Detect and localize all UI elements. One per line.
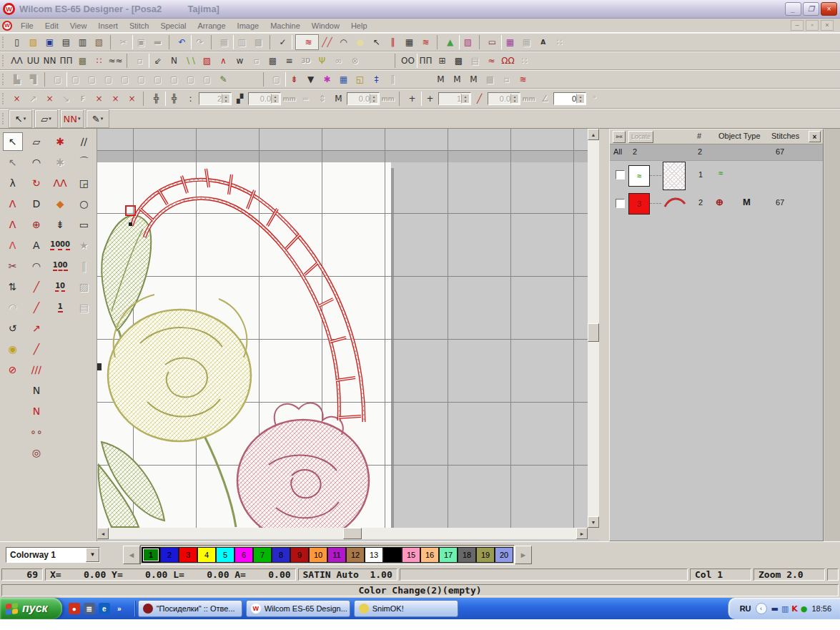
locate-button[interactable]: Locate — [628, 131, 653, 143]
length-mark-icon[interactable]: Μ — [330, 92, 347, 106]
scroll-left-button[interactable]: ◄ — [97, 528, 109, 539]
contour-icon[interactable]: ▩ — [265, 54, 281, 68]
menu-arrange[interactable]: Arrange — [192, 20, 231, 31]
quick-launch-ie-icon[interactable]: e — [99, 603, 110, 614]
parallel-weave-tool[interactable]: ∕∕ — [74, 133, 93, 150]
fancy-lettering-tool[interactable]: D — [27, 195, 46, 212]
palette-scroll-left-button[interactable]: ◄ — [123, 546, 140, 564]
color-swatch-5[interactable]: 5 — [216, 547, 234, 563]
globe-fill-tool[interactable]: ⊕ — [27, 216, 46, 233]
branch-node-tool[interactable]: λ — [4, 174, 22, 192]
object-1-color-thumbnail[interactable]: ≈ — [628, 165, 650, 187]
color-swatch-10[interactable]: 10 — [309, 547, 327, 563]
peak-icon[interactable]: ∧ — [215, 54, 232, 68]
pattern-grid-icon[interactable]: ▦ — [335, 72, 352, 87]
color-swatch-8[interactable]: 8 — [272, 547, 290, 563]
triple-run-tool[interactable]: ∕∕∕ — [27, 361, 46, 378]
ellipse-tool[interactable]: ○ — [74, 195, 93, 212]
color-swatch-17[interactable]: 17 — [439, 547, 458, 563]
wave-icon[interactable]: ≈≈ — [107, 54, 124, 68]
vertical-scroll-thumb[interactable] — [588, 323, 599, 342]
task-button-forum[interactable]: "Посиделки" :: Отве... — [138, 600, 242, 617]
embroidery-canvas-art[interactable] — [97, 129, 588, 528]
move-cross-1-icon[interactable]: + — [399, 92, 422, 106]
export-page-icon[interactable]: ◱ — [352, 72, 368, 87]
angle-mark-icon[interactable]: ▞ — [232, 92, 248, 106]
object-1-preview-thumbnail[interactable] — [663, 162, 686, 190]
travel-1-tool[interactable]: 1 — [51, 299, 69, 316]
jump-stitch-tool[interactable]: Ν — [27, 382, 46, 399]
language-indicator[interactable]: RU — [740, 604, 751, 613]
down-arrow-icon[interactable]: ▼ — [302, 72, 319, 87]
redo-icon[interactable]: ↷ — [192, 35, 208, 49]
repeat-field[interactable]: 1 — [438, 92, 471, 105]
menu-special[interactable]: Special — [154, 20, 192, 31]
thread-palette-tool[interactable]: ◉ — [4, 340, 22, 358]
red-loops-icon[interactable]: ΩΩ — [500, 54, 516, 68]
color-swatch-9[interactable]: 9 — [290, 547, 309, 563]
hoop-5-icon[interactable]: ▢ — [117, 72, 133, 87]
new-icon[interactable]: ▯ — [9, 35, 25, 49]
lines-disabled-icon[interactable]: ▤ — [467, 54, 483, 68]
minimize-button[interactable]: _ — [785, 2, 801, 16]
quick-launch-media-icon[interactable]: ● — [69, 603, 80, 614]
panel-collapse-button[interactable]: »« — [613, 131, 626, 143]
color-swatch-6[interactable]: 6 — [234, 547, 253, 563]
dotted-disabled-icon[interactable]: ▫ — [127, 54, 149, 68]
stitch-edit-select-tool[interactable]: ↖ — [4, 154, 22, 171]
travel-1000-tool[interactable]: 1000 — [51, 237, 69, 254]
dropdown-caret-icon[interactable]: ▾ — [49, 116, 51, 122]
artistic-view-icon[interactable]: ● — [352, 35, 368, 49]
menu-image[interactable]: Image — [232, 20, 265, 31]
satin-icon[interactable]: ΛΛ — [9, 54, 25, 68]
small-grid-icon[interactable]: ▦ — [518, 35, 535, 49]
dropdown-caret-icon[interactable]: ▾ — [101, 116, 104, 122]
zigzag-satin-tool[interactable]: ΛΛ — [51, 174, 69, 192]
menu-window[interactable]: Window — [306, 20, 345, 31]
gray-box-icon[interactable]: ▫ — [248, 54, 265, 68]
fan-disabled-tool[interactable]: ◠ — [4, 299, 22, 316]
paste-icon[interactable]: ▬ — [149, 35, 166, 49]
stitch-angle-icon[interactable]: ⇙ — [149, 54, 166, 68]
color-run-icon[interactable]: ≋ — [515, 72, 531, 87]
connectors-icon[interactable]: ≋ — [417, 35, 434, 49]
select-object-tool[interactable]: ↖▾ — [9, 109, 32, 128]
lettering-select-icon[interactable]: A — [535, 35, 551, 49]
rings-disabled-icon[interactable]: ∞ — [330, 54, 347, 68]
cut-icon[interactable]: ✂ — [110, 35, 133, 49]
satin-star-tool[interactable]: Λ — [4, 237, 22, 254]
palette-scroll-right-button[interactable]: ► — [515, 546, 532, 564]
lines-icon[interactable]: ≡ — [281, 54, 297, 68]
columns-disabled-tool[interactable]: ‖ — [74, 257, 93, 275]
rings2-disabled-icon[interactable]: ⊗ — [347, 54, 363, 68]
menu-machine[interactable]: Machine — [265, 20, 306, 31]
hoop-4-icon[interactable]: ▢ — [100, 72, 117, 87]
color-swatch-18[interactable]: 18 — [458, 547, 476, 563]
move-cross-2-icon[interactable]: + — [422, 92, 438, 106]
hoop-2-icon[interactable]: ▢ — [67, 72, 84, 87]
sew-edit-6-icon[interactable]: × — [91, 92, 107, 106]
column-icon[interactable]: UU — [25, 54, 41, 68]
star-disabled-tool[interactable]: ★ — [74, 237, 93, 254]
paste-left-icon[interactable]: ▙ — [9, 72, 25, 87]
weave-grid-icon[interactable]: ⊞ — [434, 54, 450, 68]
mirror-copy-tool[interactable]: ◲ — [74, 174, 93, 192]
sew-edit-8-icon[interactable]: × — [124, 92, 140, 106]
mdi-close-button[interactable]: × — [821, 20, 834, 31]
red-wave-icon[interactable]: ≈ — [483, 54, 500, 68]
clock[interactable]: 18:56 — [811, 604, 831, 613]
task-button-wilcom[interactable]: W Wilcom ES-65 Design... — [246, 600, 350, 617]
scroll-down-button[interactable]: ▼ — [588, 516, 599, 528]
color-swatch-2[interactable]: 2 — [160, 547, 179, 563]
cursor-detail-icon[interactable]: ↖ — [368, 35, 385, 49]
penetration-tool[interactable]: ⇟ — [51, 216, 69, 233]
sew-edit-2-icon[interactable]: ↗ — [25, 92, 41, 106]
menu-stitch[interactable]: Stitch — [124, 20, 155, 31]
menu-insert[interactable]: Insert — [92, 20, 124, 31]
object-row-2[interactable]: 3 2 ⊕ Μ 67 — [610, 190, 823, 217]
length-field[interactable]: 0.0 — [347, 92, 380, 105]
pins-icon[interactable]: ‡ — [368, 72, 385, 87]
zigzag-n-tool[interactable]: Ν — [27, 403, 46, 420]
rotate-tool[interactable]: ↺ — [4, 320, 22, 337]
reshape-dome-tool[interactable]: ◠ — [27, 154, 46, 171]
